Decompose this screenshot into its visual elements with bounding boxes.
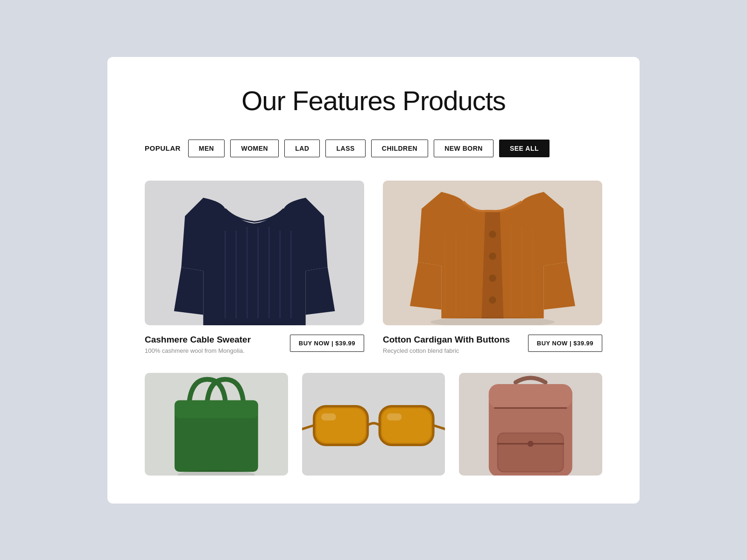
product-card-cardigan: Cotton Cardigan With Buttons Recycled co… <box>383 181 602 354</box>
product-text-sweater: Cashmere Cable Sweater 100% cashmere woo… <box>145 335 284 354</box>
filter-btn-lad[interactable]: LAD <box>284 140 320 157</box>
filter-btn-men[interactable]: MEN <box>188 140 225 157</box>
filter-btn-women[interactable]: WOMEN <box>230 140 279 157</box>
product-image-sunglasses <box>302 373 445 476</box>
backpack-svg <box>459 373 602 476</box>
product-desc-sweater: 100% cashmere wool from Mongolia. <box>145 347 284 354</box>
product-info-cardigan: Cotton Cardigan With Buttons Recycled co… <box>383 335 602 354</box>
svg-point-9 <box>489 253 496 260</box>
products-grid-bottom <box>145 373 602 485</box>
filter-btn-children[interactable]: CHILDREN <box>371 140 428 157</box>
filter-bar: POPULAR MEN WOMEN LAD LASS CHILDREN NEW … <box>145 140 602 157</box>
page-container: Our Features Products POPULAR MEN WOMEN … <box>107 57 640 504</box>
svg-point-10 <box>489 274 496 282</box>
filter-btn-seeall[interactable]: SEE ALL <box>499 140 550 157</box>
product-image-backpack <box>459 373 602 476</box>
bag-green-svg <box>145 373 288 476</box>
filter-btn-lass[interactable]: LASS <box>325 140 365 157</box>
svg-rect-32 <box>498 433 564 472</box>
cardigan-brown-svg <box>383 181 602 325</box>
product-image-cardigan <box>383 181 602 325</box>
svg-line-26 <box>302 425 314 430</box>
filter-popular-label: POPULAR <box>145 144 181 152</box>
product-card-sweater: Cashmere Cable Sweater 100% cashmere woo… <box>145 181 364 354</box>
product-image-sweater <box>145 181 364 325</box>
product-desc-cardigan: Recycled cotton blend fabric <box>383 347 522 354</box>
svg-point-34 <box>528 441 534 447</box>
product-card-sunglasses <box>302 373 445 485</box>
buy-btn-sweater[interactable]: BUY NOW | $39.99 <box>290 335 364 352</box>
svg-rect-20 <box>175 400 258 418</box>
buy-btn-cardigan[interactable]: BUY NOW | $39.99 <box>528 335 602 352</box>
product-name-cardigan: Cotton Cardigan With Buttons <box>383 335 522 345</box>
svg-point-11 <box>489 296 496 304</box>
svg-rect-31 <box>489 384 572 408</box>
svg-rect-28 <box>321 413 336 420</box>
product-info-sweater: Cashmere Cable Sweater 100% cashmere woo… <box>145 335 364 354</box>
product-card-bag <box>145 373 288 485</box>
svg-point-8 <box>489 231 496 238</box>
filter-btn-newborn[interactable]: NEW BORN <box>434 140 493 157</box>
page-title: Our Features Products <box>145 85 602 116</box>
product-text-cardigan: Cotton Cardigan With Buttons Recycled co… <box>383 335 522 354</box>
products-grid-top: Cashmere Cable Sweater 100% cashmere woo… <box>145 181 602 354</box>
product-name-sweater: Cashmere Cable Sweater <box>145 335 284 345</box>
svg-rect-29 <box>387 413 402 420</box>
svg-line-27 <box>433 425 445 430</box>
sweater-navy-svg <box>145 181 364 325</box>
product-card-backpack <box>459 373 602 485</box>
product-image-bag <box>145 373 288 476</box>
sunglasses-svg <box>302 373 445 476</box>
